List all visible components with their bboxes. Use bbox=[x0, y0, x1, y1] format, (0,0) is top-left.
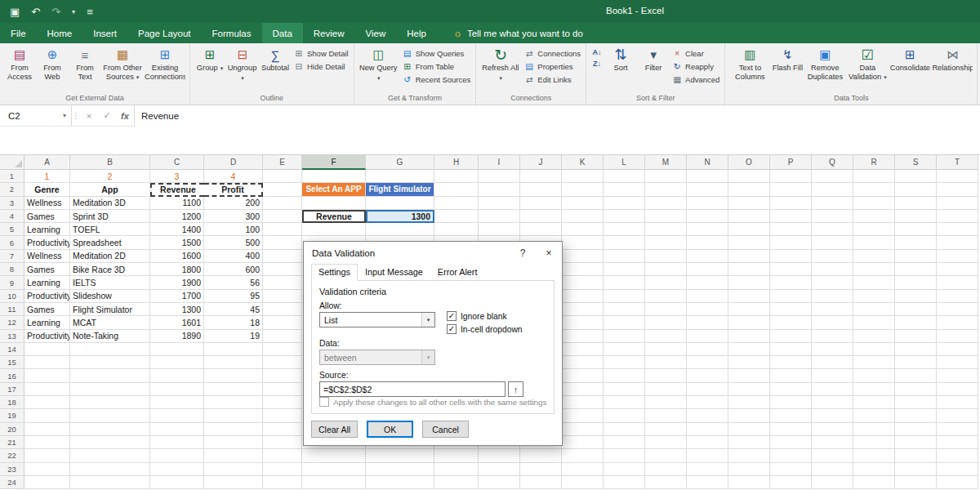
cell-K18[interactable] bbox=[562, 396, 604, 409]
cell-S16[interactable] bbox=[895, 369, 937, 382]
undo-icon[interactable]: ↶ bbox=[31, 6, 40, 18]
cell-P4[interactable] bbox=[770, 210, 812, 223]
cell-C7[interactable]: 1600 bbox=[150, 250, 204, 263]
cell-K21[interactable] bbox=[562, 436, 604, 449]
cell-K5[interactable] bbox=[562, 223, 604, 236]
cell-Q3[interactable] bbox=[812, 197, 853, 210]
ribbon-button-from-table[interactable]: ⊞From Table bbox=[400, 60, 473, 72]
cell-R4[interactable] bbox=[853, 210, 895, 223]
cell-N12[interactable] bbox=[687, 316, 728, 329]
cell-M4[interactable] bbox=[645, 210, 687, 223]
cell-R10[interactable] bbox=[853, 290, 895, 303]
ribbon-button-reapply[interactable]: ↻Reapply bbox=[670, 60, 721, 72]
row-header-15[interactable]: 15 bbox=[0, 356, 24, 369]
cell-M11[interactable] bbox=[645, 303, 687, 316]
cell-C8[interactable]: 1800 bbox=[150, 263, 204, 276]
cell-Q6[interactable] bbox=[812, 236, 853, 249]
cell-T3[interactable] bbox=[937, 197, 978, 210]
cell-D10[interactable]: 95 bbox=[204, 290, 263, 303]
ribbon-button-text-to-columns[interactable]: ▥Text to Columns bbox=[728, 44, 771, 82]
cell-A8[interactable]: Games bbox=[24, 263, 70, 276]
cell-E2[interactable] bbox=[263, 183, 302, 196]
cell-Q24[interactable] bbox=[812, 476, 853, 489]
name-box[interactable]: C2 ▾ bbox=[0, 105, 72, 127]
cell-P17[interactable] bbox=[770, 383, 812, 396]
ribbon-button-sort-az[interactable]: A↓ bbox=[590, 47, 604, 57]
cell-N10[interactable] bbox=[687, 290, 728, 303]
cell-D11[interactable]: 45 bbox=[204, 303, 263, 316]
cell-E20[interactable] bbox=[263, 423, 302, 436]
cell-A9[interactable]: Learning bbox=[24, 276, 70, 289]
cell-F4[interactable]: Revenue bbox=[302, 210, 366, 223]
cell-L4[interactable] bbox=[604, 210, 645, 223]
cell-L10[interactable] bbox=[604, 290, 645, 303]
cell-O4[interactable] bbox=[728, 210, 770, 223]
cell-L18[interactable] bbox=[604, 396, 645, 409]
name-box-dropdown-icon[interactable]: ▾ bbox=[63, 112, 66, 119]
ribbon-button-refresh-all[interactable]: ↻Refresh All ▾ bbox=[479, 44, 522, 82]
cell-R3[interactable] bbox=[853, 197, 895, 210]
cell-O6[interactable] bbox=[728, 236, 770, 249]
cell-A19[interactable] bbox=[24, 409, 70, 422]
cell-D1[interactable]: 4 bbox=[204, 170, 263, 183]
source-input[interactable]: =$C$2:$D$2 bbox=[319, 381, 506, 397]
cell-S11[interactable] bbox=[895, 303, 937, 316]
cell-N22[interactable] bbox=[687, 449, 728, 462]
cell-O17[interactable] bbox=[728, 383, 770, 396]
cell-R20[interactable] bbox=[853, 423, 895, 436]
cell-D6[interactable]: 500 bbox=[204, 236, 263, 249]
column-header-A[interactable]: A bbox=[24, 155, 70, 170]
cell-E7[interactable] bbox=[263, 250, 302, 263]
cell-O13[interactable] bbox=[728, 330, 770, 343]
cell-S18[interactable] bbox=[895, 396, 937, 409]
column-header-J[interactable]: J bbox=[520, 155, 562, 170]
cell-A7[interactable]: Wellness bbox=[24, 250, 70, 263]
cell-O3[interactable] bbox=[728, 197, 770, 210]
cell-D20[interactable] bbox=[204, 423, 263, 436]
cell-R19[interactable] bbox=[853, 409, 895, 422]
row-header-10[interactable]: 10 bbox=[0, 290, 24, 303]
cell-H2[interactable] bbox=[434, 183, 479, 196]
save-icon[interactable]: ▣ bbox=[10, 6, 20, 18]
cell-O9[interactable] bbox=[728, 276, 770, 289]
cell-M2[interactable] bbox=[645, 183, 687, 196]
cell-Q23[interactable] bbox=[812, 463, 853, 476]
row-header-7[interactable]: 7 bbox=[0, 250, 24, 263]
cell-L7[interactable] bbox=[604, 250, 645, 263]
cell-D4[interactable]: 300 bbox=[204, 210, 263, 223]
cell-J4[interactable] bbox=[520, 210, 562, 223]
cell-T19[interactable] bbox=[937, 409, 978, 422]
cell-C23[interactable] bbox=[150, 463, 204, 476]
cell-S23[interactable] bbox=[895, 463, 937, 476]
cell-Q15[interactable] bbox=[812, 356, 853, 369]
tab-review[interactable]: Review bbox=[303, 23, 355, 43]
cell-T21[interactable] bbox=[937, 436, 978, 449]
cell-T20[interactable] bbox=[937, 423, 978, 436]
column-header-N[interactable]: N bbox=[687, 155, 728, 170]
ribbon-button-new-query[interactable]: ◫New Query ▾ bbox=[358, 44, 400, 82]
cell-P15[interactable] bbox=[770, 356, 812, 369]
cell-B23[interactable] bbox=[70, 463, 150, 476]
row-header-17[interactable]: 17 bbox=[0, 383, 24, 396]
cell-P22[interactable] bbox=[770, 449, 812, 462]
cancel-button[interactable]: Cancel bbox=[422, 421, 469, 438]
column-header-B[interactable]: B bbox=[70, 155, 150, 170]
cell-R6[interactable] bbox=[853, 236, 895, 249]
redo-icon[interactable]: ↷ bbox=[51, 6, 60, 18]
cell-I24[interactable] bbox=[479, 476, 520, 489]
cell-S15[interactable] bbox=[895, 356, 937, 369]
row-header-2[interactable]: 2 bbox=[0, 183, 24, 196]
cell-C20[interactable] bbox=[150, 423, 204, 436]
column-header-C[interactable]: C bbox=[150, 155, 204, 170]
cell-R2[interactable] bbox=[853, 183, 895, 196]
cell-N24[interactable] bbox=[687, 476, 728, 489]
cell-T24[interactable] bbox=[937, 476, 978, 489]
ribbon-options-icon[interactable]: ≡ bbox=[87, 6, 93, 18]
cell-L1[interactable] bbox=[604, 170, 645, 183]
cell-Q20[interactable] bbox=[812, 423, 853, 436]
ribbon-button-recent-sources[interactable]: ↺Recent Sources bbox=[400, 74, 473, 85]
cell-T2[interactable] bbox=[937, 183, 978, 196]
cell-B7[interactable]: Meditation 2D bbox=[70, 250, 150, 263]
row-header-23[interactable]: 23 bbox=[0, 463, 24, 476]
cell-H5[interactable] bbox=[434, 223, 479, 236]
